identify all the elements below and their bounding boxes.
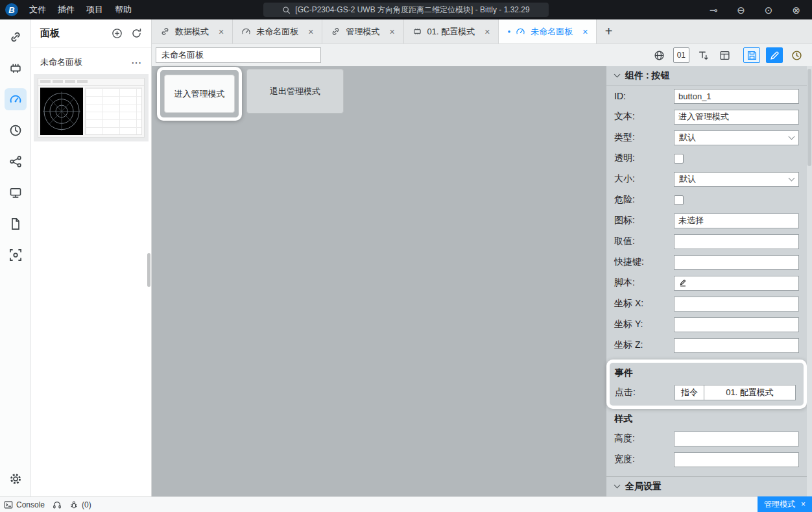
prop-row-hotkey: 快捷键: [606,252,807,273]
prop-label-icon: 图标: [614,215,674,226]
sidebar-item-connections[interactable] [5,26,27,48]
export-template-icon[interactable] [695,47,711,63]
sidebar-item-panels[interactable] [5,88,27,110]
script-edit-button[interactable] [674,276,799,291]
scrollbar-thumb[interactable] [807,69,811,166]
coord-y-input[interactable] [674,317,799,332]
icon-picker-input[interactable] [674,213,799,228]
console-toggle[interactable]: Console [4,500,45,509]
sidebar-item-document[interactable] [5,213,27,235]
tab-close-icon[interactable]: × [389,27,394,37]
properties-scrollbar[interactable] [807,66,812,496]
tab-label: 数据模式 [175,26,209,38]
coord-x-input[interactable] [674,297,799,311]
refresh-icon[interactable] [131,28,142,39]
tab-unnamed-panel-1[interactable]: 未命名面板 × [233,19,322,43]
panel-thumbnail[interactable] [34,74,149,141]
mode-badge[interactable]: 管理模式 × [758,496,812,512]
pin-window-icon[interactable]: ⊸ [710,5,718,15]
value-input[interactable] [674,234,799,249]
danger-checkbox[interactable] [674,195,684,205]
sidebar-item-monitor[interactable] [5,182,27,204]
link-icon [5,26,27,48]
tab-close-icon[interactable]: × [308,27,313,37]
size-select[interactable]: 默认 [674,172,799,187]
sidebar-item-share[interactable] [5,151,27,173]
mode-badge-label: 管理模式 [764,499,795,510]
sidebar-item-timer[interactable] [5,119,27,141]
minimize-icon[interactable]: ⊖ [737,5,745,15]
text-input[interactable] [674,110,799,125]
panel-list-item[interactable]: 未命名面板 ··· [31,53,151,71]
id-input[interactable] [674,89,799,104]
tab-data-mode[interactable]: 数据模式 × [152,19,233,43]
close-window-icon[interactable]: ⊗ [792,5,800,15]
enter-manage-mode-button[interactable]: 进入管理模式 [164,75,235,113]
coord-z-input[interactable] [674,338,799,353]
pencil-icon [769,50,780,61]
console-icon [4,500,13,509]
component-section-header[interactable]: 组件 : 按钮 [606,66,807,86]
save-button[interactable] [743,47,760,63]
workarea: 进入管理模式 退出管理模式 组件 : 按钮 ID: 文本: 类型: 默认 [152,66,812,496]
channel-button[interactable]: 01 [673,47,689,63]
add-panel-button[interactable] [112,28,123,39]
monitor-icon [5,182,27,204]
mode-badge-close-icon[interactable]: × [801,500,806,509]
prop-label-text: 文本: [614,111,674,123]
audio-toggle[interactable] [53,500,62,509]
new-tab-button[interactable]: + [597,19,620,43]
tab-manage-mode[interactable]: 管理模式 × [322,19,403,43]
type-select[interactable]: 默认 [674,130,799,145]
sidebar-item-settings[interactable] [5,468,27,490]
exit-manage-mode-button[interactable]: 退出管理模式 [246,69,344,114]
prop-label-type: 类型: [614,132,674,143]
transparent-checkbox[interactable] [674,154,684,164]
prop-label-size: 大小: [614,173,674,185]
height-input[interactable] [674,432,799,446]
edit-mode-button[interactable] [766,47,783,63]
statusbar: Console (0) 管理模式 × [0,496,812,512]
hotkey-input[interactable] [674,255,799,270]
pencil-icon [678,278,687,287]
width-input[interactable] [674,452,799,467]
panel-sidebar: 面板 未命名面板 ··· [31,19,152,496]
chevron-down-icon [614,71,621,78]
panel-canvas[interactable]: 进入管理模式 退出管理模式 [152,66,606,496]
directive-type-button[interactable]: 指令 [675,385,704,400]
globe-icon[interactable] [652,47,667,63]
panel-item-name: 未命名面板 [40,56,132,68]
table-preview [85,88,142,135]
menu-project[interactable]: 项目 [80,1,109,18]
maximize-icon[interactable]: ⊙ [765,5,773,15]
prop-row-value: 取值: [606,231,807,252]
tab-close-icon[interactable]: × [582,27,588,37]
tab-unnamed-panel-2-active[interactable]: ● 未命名面板 × [499,19,597,43]
activity-bar [0,19,31,496]
directive-target-input[interactable] [704,385,796,400]
layout-grid-icon[interactable] [717,47,732,63]
panel-name-input[interactable] [156,47,321,63]
chevron-down-icon [789,175,795,181]
panel-item-menu-icon[interactable]: ··· [132,58,142,67]
prop-row-danger: 危险: [606,189,807,210]
sidebar-item-device[interactable] [5,57,27,79]
tab-close-icon[interactable]: × [484,27,490,37]
issue-counter[interactable]: (0) [69,500,91,509]
prop-row-click-event: 点击: 指令 [610,382,804,403]
bug-icon [69,500,78,509]
properties-panel: 组件 : 按钮 ID: 文本: 类型: 默认 透明: [606,66,812,496]
prop-row-coord-z: 坐标 Z: [606,335,807,356]
sidebar-scrollbar[interactable] [147,253,150,287]
global-settings-header[interactable]: 全局设置 [606,476,807,496]
history-icon[interactable] [789,47,804,63]
menu-plugins[interactable]: 插件 [52,1,80,18]
tab-close-icon[interactable]: × [219,27,224,37]
prop-label-height: 高度: [614,433,674,445]
menu-file[interactable]: 文件 [23,1,52,18]
prop-label-value: 取值: [614,236,674,247]
sidebar-item-scan[interactable] [5,244,27,266]
tab-config-mode[interactable]: 01. 配置模式 × [404,19,499,43]
prop-label-coord-y: 坐标 Y: [614,319,674,330]
menu-help[interactable]: 帮助 [109,1,137,18]
